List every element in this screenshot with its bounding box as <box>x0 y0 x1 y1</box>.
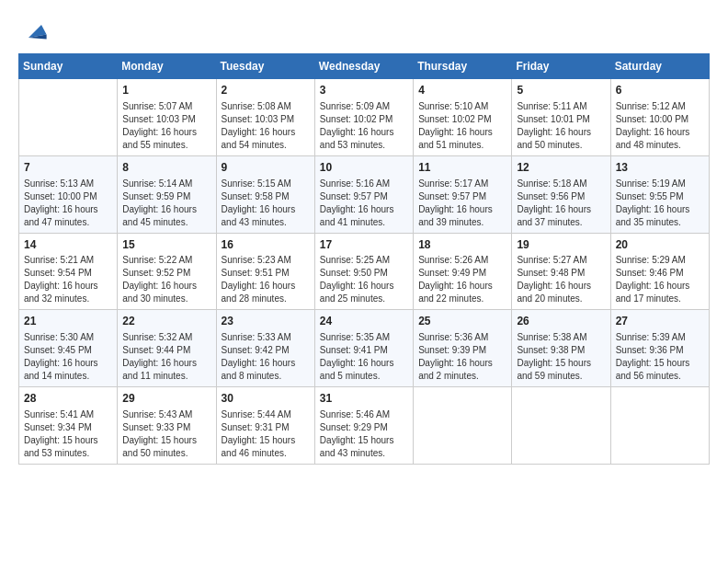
day-info-line: Daylight: 16 hours <box>122 126 210 139</box>
calendar-cell: 25Sunrise: 5:36 AMSunset: 9:39 PMDayligh… <box>414 310 512 387</box>
day-info-line: Daylight: 15 hours <box>122 434 210 447</box>
week-row-2: 7Sunrise: 5:13 AMSunset: 10:00 PMDayligh… <box>19 155 710 233</box>
day-info-line: and 11 minutes. <box>122 370 210 383</box>
calendar-cell: 1Sunrise: 5:07 AMSunset: 10:03 PMDayligh… <box>118 79 216 156</box>
calendar-cell: 30Sunrise: 5:44 AMSunset: 9:31 PMDayligh… <box>216 387 314 465</box>
day-number: 14 <box>24 237 112 253</box>
week-row-4: 21Sunrise: 5:30 AMSunset: 9:45 PMDayligh… <box>19 310 710 387</box>
day-number: 16 <box>222 237 310 253</box>
calendar-cell: 28Sunrise: 5:41 AMSunset: 9:34 PMDayligh… <box>19 387 118 465</box>
day-info-line: Daylight: 16 hours <box>320 126 408 139</box>
calendar-cell <box>512 387 610 465</box>
day-info-line: Sunrise: 5:18 AM <box>517 178 605 190</box>
day-info-line: Daylight: 16 hours <box>517 280 605 293</box>
day-info-line: Sunrise: 5:41 AM <box>24 408 112 421</box>
day-number: 12 <box>517 160 605 176</box>
day-info-line: and 55 minutes. <box>122 139 210 152</box>
day-info-line: and 41 minutes. <box>320 216 408 229</box>
calendar-cell: 11Sunrise: 5:17 AMSunset: 9:57 PMDayligh… <box>414 155 512 233</box>
day-info-line: Sunset: 9:46 PM <box>616 267 704 280</box>
day-info-line: and 2 minutes. <box>418 370 506 383</box>
day-info-line: and 8 minutes. <box>222 370 310 383</box>
header-cell-tuesday: Tuesday <box>216 54 314 79</box>
day-info-line: and 20 minutes. <box>517 293 605 305</box>
calendar-cell: 7Sunrise: 5:13 AMSunset: 10:00 PMDayligh… <box>19 155 118 233</box>
day-info-line: Sunrise: 5:36 AM <box>418 331 506 344</box>
day-info-line: Daylight: 16 hours <box>616 203 704 216</box>
calendar-cell: 4Sunrise: 5:10 AMSunset: 10:02 PMDayligh… <box>414 79 512 156</box>
day-number: 15 <box>122 237 210 253</box>
day-number: 25 <box>418 314 506 329</box>
day-number: 1 <box>122 83 210 98</box>
calendar-cell: 21Sunrise: 5:30 AMSunset: 9:45 PMDayligh… <box>19 310 118 387</box>
day-info-line: Sunset: 9:39 PM <box>418 344 506 357</box>
calendar-cell: 5Sunrise: 5:11 AMSunset: 10:01 PMDayligh… <box>512 79 610 156</box>
day-info-line: Sunrise: 5:13 AM <box>24 178 112 190</box>
day-number: 18 <box>418 237 506 253</box>
calendar-cell: 16Sunrise: 5:23 AMSunset: 9:51 PMDayligh… <box>216 233 314 310</box>
week-row-1: 1Sunrise: 5:07 AMSunset: 10:03 PMDayligh… <box>19 79 710 156</box>
day-info-line: Daylight: 16 hours <box>517 126 605 139</box>
day-info-line: Daylight: 16 hours <box>418 357 506 370</box>
day-info-line: Daylight: 16 hours <box>222 280 310 293</box>
day-info-line: and 48 minutes. <box>616 139 704 152</box>
day-info-line: Sunset: 9:45 PM <box>24 344 112 357</box>
header-cell-monday: Monday <box>118 54 216 79</box>
calendar-cell: 26Sunrise: 5:38 AMSunset: 9:38 PMDayligh… <box>512 310 610 387</box>
day-info-line: Sunrise: 5:33 AM <box>222 331 310 344</box>
day-info-line: and 46 minutes. <box>222 447 310 460</box>
calendar-cell: 31Sunrise: 5:46 AMSunset: 9:29 PMDayligh… <box>314 387 413 465</box>
day-info-line: Daylight: 16 hours <box>122 357 210 370</box>
day-info-line: Sunrise: 5:07 AM <box>122 100 210 113</box>
day-number: 20 <box>616 237 704 253</box>
day-number: 7 <box>24 160 112 176</box>
calendar-cell: 8Sunrise: 5:14 AMSunset: 9:59 PMDaylight… <box>118 155 216 233</box>
day-info-line: Daylight: 16 hours <box>24 357 112 370</box>
day-info-line: and 54 minutes. <box>222 139 310 152</box>
day-info-line: Sunrise: 5:26 AM <box>418 254 506 267</box>
day-info-line: Sunset: 9:52 PM <box>122 267 210 280</box>
day-number: 24 <box>320 314 408 329</box>
calendar-table: SundayMondayTuesdayWednesdayThursdayFrid… <box>18 53 710 465</box>
day-info-line: Sunset: 9:42 PM <box>222 344 310 357</box>
calendar-cell: 20Sunrise: 5:29 AMSunset: 9:46 PMDayligh… <box>610 233 709 310</box>
day-info-line: and 32 minutes. <box>24 293 112 305</box>
calendar-cell: 14Sunrise: 5:21 AMSunset: 9:54 PMDayligh… <box>19 233 118 310</box>
day-info-line: and 39 minutes. <box>418 216 506 229</box>
day-info-line: Sunset: 9:31 PM <box>222 421 310 434</box>
calendar-cell <box>19 79 118 156</box>
day-info-line: Daylight: 16 hours <box>320 203 408 216</box>
day-number: 11 <box>418 160 506 176</box>
day-info-line: and 53 minutes. <box>24 447 112 460</box>
day-info-line: and 35 minutes. <box>616 216 704 229</box>
day-number: 6 <box>616 83 704 98</box>
calendar-cell <box>610 387 709 465</box>
day-number: 4 <box>418 83 506 98</box>
day-info-line: Sunrise: 5:11 AM <box>517 100 605 113</box>
day-info-line: Daylight: 16 hours <box>517 203 605 216</box>
day-number: 2 <box>222 83 310 98</box>
day-info-line: Sunset: 10:00 PM <box>24 190 112 203</box>
day-info-line: Daylight: 15 hours <box>517 357 605 370</box>
day-info-line: and 45 minutes. <box>122 216 210 229</box>
calendar-cell: 3Sunrise: 5:09 AMSunset: 10:02 PMDayligh… <box>314 79 413 156</box>
calendar-cell: 24Sunrise: 5:35 AMSunset: 9:41 PMDayligh… <box>314 310 413 387</box>
day-info-line: Sunset: 9:33 PM <box>122 421 210 434</box>
day-number: 13 <box>616 160 704 176</box>
day-info-line: Daylight: 15 hours <box>616 357 704 370</box>
day-info-line: Daylight: 16 hours <box>418 203 506 216</box>
day-number: 21 <box>24 314 112 329</box>
header-cell-friday: Friday <box>512 54 610 79</box>
day-info-line: Sunrise: 5:22 AM <box>122 254 210 267</box>
day-info-line: Sunset: 9:55 PM <box>616 190 704 203</box>
day-info-line: Sunset: 9:57 PM <box>320 190 408 203</box>
day-info-line: Sunrise: 5:25 AM <box>320 254 408 267</box>
calendar-cell: 18Sunrise: 5:26 AMSunset: 9:49 PMDayligh… <box>414 233 512 310</box>
day-info-line: Sunset: 9:54 PM <box>24 267 112 280</box>
day-info-line: and 43 minutes. <box>320 447 408 460</box>
day-info-line: and 43 minutes. <box>222 216 310 229</box>
day-info-line: and 53 minutes. <box>320 139 408 152</box>
day-info-line: Daylight: 15 hours <box>24 434 112 447</box>
day-info-line: Sunset: 9:44 PM <box>122 344 210 357</box>
day-info-line: Daylight: 16 hours <box>24 280 112 293</box>
